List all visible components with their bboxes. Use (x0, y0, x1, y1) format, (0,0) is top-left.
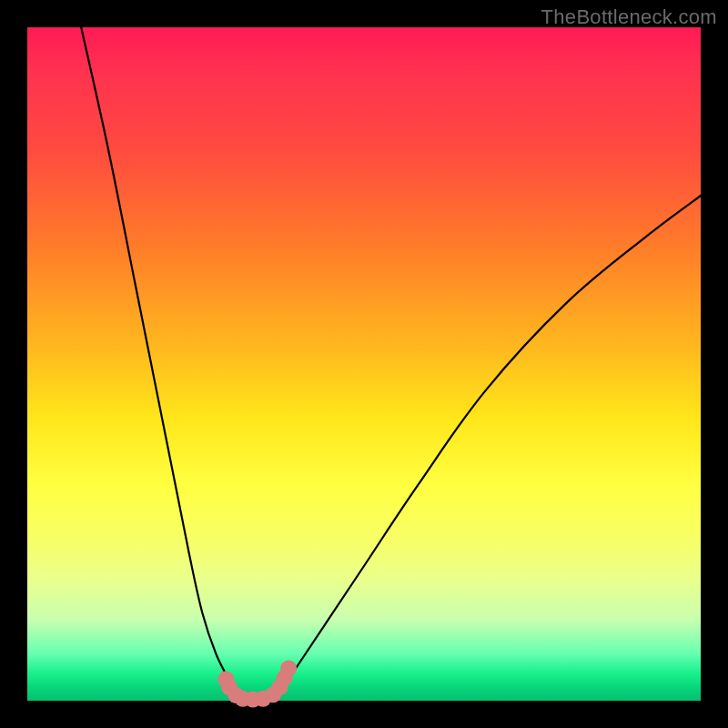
curve-left-branch (81, 27, 243, 701)
marker-dot (280, 660, 297, 676)
curve-group (81, 27, 701, 701)
chart-frame: TheBottleneck.com (0, 0, 728, 728)
watermark-text: TheBottleneck.com (541, 5, 717, 29)
plot-area (27, 27, 701, 701)
curve-right-branch (269, 196, 701, 701)
chart-svg (27, 27, 701, 701)
marker-group (217, 660, 297, 707)
